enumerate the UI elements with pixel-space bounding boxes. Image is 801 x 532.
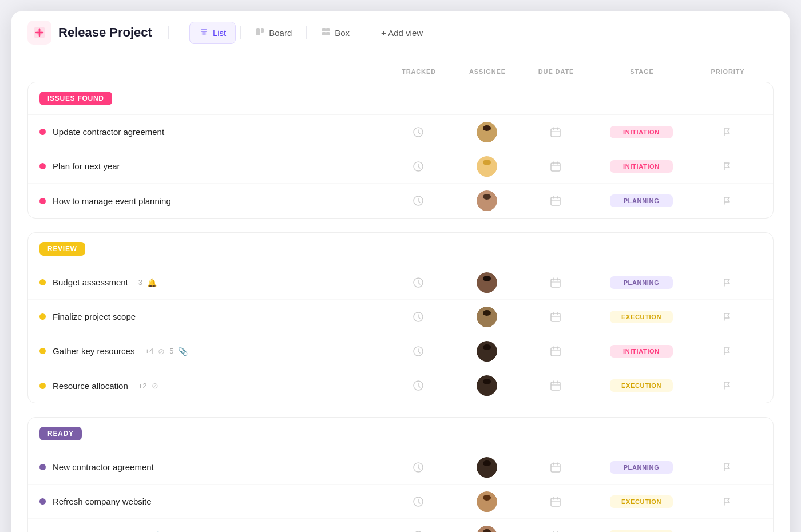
task-row[interactable]: Plan for next year [28,149,773,184]
priority-cell[interactable] [693,312,762,322]
task-dot [39,383,46,389]
task-name-cell: How to manage event planning [39,196,384,206]
stage-cell[interactable]: PLANNING [590,276,693,289]
tracked-cell[interactable] [384,195,453,207]
nav-item-box[interactable]: Box [311,22,359,44]
stage-cell[interactable]: PLANNING [590,461,693,474]
task-row[interactable]: Gather key resources +4⊘5📎 [28,334,773,368]
flag-icon [722,346,732,356]
add-view-button[interactable]: + Add view [373,23,431,42]
assignee-cell[interactable] [453,457,521,478]
col-header-stage: STAGE [590,68,693,75]
assignee-cell[interactable] [453,156,521,177]
tracked-icon [413,346,424,357]
nav-item-board[interactable]: Board [245,22,302,44]
nav-board-label: Board [269,28,292,38]
tracked-cell[interactable] [384,496,453,507]
priority-cell[interactable] [693,462,762,473]
task-row[interactable]: Update key objectives 5📎 [28,519,773,532]
stage-cell[interactable]: EXECUTION [590,530,693,532]
group-issues-found: ISSUES FOUND Update contractor agreement [27,82,774,219]
col-header-name [39,68,384,75]
flag-icon [722,127,732,137]
duedate-cell[interactable] [521,311,590,323]
assignee-cell[interactable] [453,307,521,327]
priority-cell[interactable] [693,380,762,391]
svg-rect-37 [551,313,560,321]
stage-cell[interactable]: PLANNING [590,194,693,207]
group-badge-issues-found: ISSUES FOUND [39,92,112,105]
stage-cell[interactable]: INITIATION [590,345,693,358]
svg-rect-13 [551,129,560,137]
priority-cell[interactable] [693,196,762,206]
task-row[interactable]: Resource allocation +2⊘ [28,368,773,403]
svg-rect-43 [551,348,560,356]
duedate-cell[interactable] [521,161,590,172]
stage-cell[interactable]: EXECUTION [590,379,693,392]
task-dot [39,313,46,320]
priority-cell[interactable] [693,497,762,507]
task-name-cell: Plan for next year [39,161,384,171]
duedate-cell[interactable] [521,380,590,391]
assignee-cell[interactable] [453,190,521,211]
task-row[interactable]: Budget assessment 3🔔 [28,265,773,300]
duedate-cell[interactable] [521,277,590,288]
priority-cell[interactable] [693,346,762,356]
tracked-cell[interactable] [384,462,453,473]
task-row[interactable]: Refresh company website [28,485,773,519]
task-row[interactable]: Finalize project scope [28,300,773,334]
duedate-cell[interactable] [521,462,590,473]
duedate-cell[interactable] [521,126,590,138]
svg-rect-4 [322,28,326,31]
header-nav: List Board [189,22,359,44]
priority-cell[interactable] [693,161,762,172]
assignee-cell[interactable] [453,526,521,532]
stage-cell[interactable]: EXECUTION [590,495,693,508]
calendar-icon [550,311,561,323]
tracked-cell[interactable] [384,311,453,323]
header: Release Project List [11,11,790,54]
stage-badge: EXECUTION [610,379,673,392]
nav-item-list[interactable]: List [189,22,236,44]
calendar-icon [550,462,561,473]
app-window: Release Project List [11,11,790,532]
duedate-cell[interactable] [521,496,590,507]
nav-separator-2 [240,26,241,39]
stage-cell[interactable]: INITIATION [590,160,693,173]
assignee-cell[interactable] [453,491,521,512]
svg-rect-19 [551,163,560,171]
task-meta: +2⊘ [138,381,158,390]
tracked-cell[interactable] [384,380,453,391]
stage-cell[interactable]: EXECUTION [590,311,693,323]
assignee-cell[interactable] [453,272,521,293]
task-row[interactable]: New contractor agreement [28,450,773,485]
meta-icon: 📎 [178,347,188,356]
tracked-cell[interactable] [384,277,453,288]
duedate-cell[interactable] [521,195,590,207]
tracked-icon [413,126,424,138]
task-dot [39,279,46,285]
flag-icon [722,462,732,473]
stage-badge: INITIATION [610,126,673,138]
calendar-icon [550,126,561,138]
task-name: Resource allocation [53,381,128,391]
assignee-cell[interactable] [453,341,521,362]
tracked-cell[interactable] [384,346,453,357]
priority-cell[interactable] [693,277,762,288]
task-name: Finalize project scope [53,312,136,321]
svg-rect-3 [261,28,264,33]
assignee-cell[interactable] [453,122,521,142]
nav-box-label: Box [335,28,350,38]
svg-rect-55 [551,464,560,472]
tracked-cell[interactable] [384,126,453,138]
duedate-cell[interactable] [521,346,590,357]
assignee-cell[interactable] [453,375,521,396]
stage-cell[interactable]: INITIATION [590,126,693,138]
task-name-cell: Refresh company website [39,497,384,506]
task-row[interactable]: Update contractor agreement [28,115,773,149]
task-name: Plan for next year [53,161,120,171]
priority-cell[interactable] [693,127,762,137]
group-badge-ready: READY [39,427,82,440]
task-row[interactable]: How to manage event planning [28,184,773,218]
tracked-cell[interactable] [384,161,453,172]
